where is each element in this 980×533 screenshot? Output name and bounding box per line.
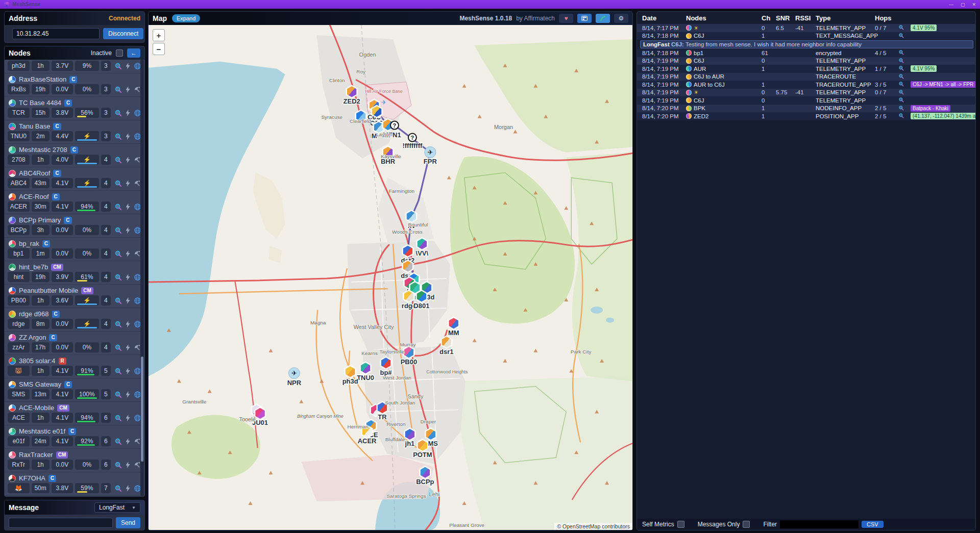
packet-row[interactable]: 8/14, 7:18 PMbp161encrypted4 / 5 — [637, 49, 975, 57]
packet-inspect-icon[interactable] — [898, 33, 911, 39]
map-attribution[interactable]: © OpenStreetMap contributors — [554, 523, 632, 530]
node-item[interactable]: RaxTrackerCMRxTr1h0.0V0%6 — [5, 449, 144, 472]
magnifier-icon[interactable] — [114, 86, 122, 93]
close-button[interactable]: ✕ — [972, 2, 976, 7]
magnifier-icon[interactable] — [114, 485, 122, 492]
csv-button[interactable]: CSV — [862, 521, 884, 528]
packet-row[interactable]: 8/14, 7:17 PM☀06.5-41TELEMETRY_APP0 / 74… — [637, 24, 975, 32]
disconnect-button[interactable]: Disconnect — [103, 28, 143, 39]
packet-inspect-icon[interactable] — [898, 65, 911, 72]
maximize-button[interactable]: ▢ — [961, 2, 965, 7]
magnifier-icon[interactable] — [114, 320, 122, 328]
minimize-button[interactable]: — — [949, 2, 953, 7]
packet-row[interactable]: 8/14, 7:19 PMC6J to AURTRACEROUTE — [637, 73, 975, 81]
bolt-icon[interactable] — [124, 133, 132, 140]
packet-row[interactable]: 8/14, 7:19 PMC6J0TELEMETRY_APP — [637, 57, 975, 65]
map-marker-bp#[interactable]: bp# — [380, 357, 391, 376]
packet-inspect-icon[interactable] — [898, 97, 911, 104]
address-input[interactable] — [12, 28, 100, 39]
magnifier-icon[interactable] — [114, 438, 122, 445]
node-item[interactable]: KF7OHAC🦊50m3.8V59%7 — [5, 472, 144, 496]
node-item[interactable]: hint_be7bCMhint19h3.9V61%4 — [5, 261, 144, 285]
packet-inspect-icon[interactable] — [898, 105, 911, 112]
node-item[interactable]: ACE-MobileCMACE1h4.1V94%6 — [5, 402, 144, 425]
packet-inspect-icon[interactable] — [898, 73, 911, 80]
packet-row[interactable]: 8/14, 7:19 PM☀05.75-41TELEMETRY_APP0 / 7 — [637, 89, 975, 97]
magnifier-icon[interactable] — [114, 297, 122, 304]
bolt-icon[interactable] — [124, 203, 132, 211]
packet-inspect-icon[interactable] — [898, 24, 911, 31]
magnifier-icon[interactable] — [114, 226, 122, 234]
bolt-icon[interactable] — [124, 438, 132, 445]
packet-inspect-icon[interactable] — [898, 113, 911, 119]
magnifier-icon[interactable] — [114, 133, 122, 140]
bolt-icon[interactable] — [124, 273, 132, 281]
packet-row[interactable]: 8/14, 7:19 PMC6J0TELEMETRY_APP — [637, 96, 975, 105]
map-marker[interactable]: ? — [390, 121, 399, 130]
node-item[interactable]: ZZ ArgonCzzAr17h0.0V0%4 — [5, 332, 144, 355]
self-metrics-checkbox[interactable] — [677, 521, 684, 528]
send-button[interactable]: Send — [116, 517, 140, 528]
node-item[interactable]: !ffffffff?now0.0V0%? — [5, 496, 144, 496]
node-item[interactable]: Tanu BaseCTNU02m4.4V⚡3 — [5, 120, 144, 144]
map-marker-VV[interactable]: \VV\ — [416, 238, 429, 257]
message-input[interactable] — [9, 518, 113, 528]
packet-row[interactable]: 8/14, 7:20 PMZED21POSITION_APP2 / 5(41.1… — [637, 112, 975, 120]
map-marker-jh1[interactable]: jh1 — [405, 428, 415, 447]
magnifier-icon[interactable] — [114, 344, 122, 351]
nodes-scrollbar-thumb[interactable] — [141, 357, 143, 461]
channel-select[interactable]: LongFast ▼ — [94, 502, 140, 513]
packet-row[interactable]: 8/14, 7:18 PMC6J1TEXT_MESSAGE_APP — [637, 32, 975, 40]
map-canvas[interactable]: ✈ ZED2C6CC6CMMFN1??!ffffffffBHR✈FPR/N\VV… — [149, 25, 632, 530]
packet-row[interactable]: 8/14, 7:20 PMBPK1NODEINFO_APP2 / 5Batpac… — [637, 105, 975, 113]
bolt-icon[interactable] — [124, 320, 132, 328]
gear-icon[interactable]: ⚙ — [614, 14, 628, 23]
bolt-icon[interactable] — [124, 86, 132, 93]
node-item[interactable]: 3805 solar:4R🐻1h4.1V91%5 — [5, 355, 144, 378]
map-marker-MM[interactable]: MM — [448, 317, 459, 337]
magnifier-icon[interactable] — [114, 156, 122, 164]
node-item[interactable]: TC Base 4484CTCR15h3.8V56%3 — [5, 97, 144, 120]
node-item[interactable]: ph3dcardCMph3d1h3.7V9%3 — [5, 60, 144, 73]
bolt-icon[interactable] — [124, 156, 132, 164]
inactive-checkbox[interactable] — [116, 49, 123, 57]
node-item[interactable]: ABC4RoofCABC443m4.1V⚡4 — [5, 167, 144, 191]
magnifier-icon[interactable] — [114, 273, 122, 281]
map-marker-dsr1[interactable]: dsr1 — [439, 336, 453, 356]
bolt-icon[interactable] — [124, 344, 132, 351]
node-item[interactable]: rdge d968Crdge8m0.0V⚡4 — [5, 308, 144, 332]
bolt-icon[interactable] — [124, 109, 132, 117]
node-item[interactable]: RaxBaseStationCRxBs19h0.0V0%3 — [5, 73, 144, 97]
magnifier-icon[interactable] — [114, 180, 122, 187]
heart-icon[interactable]: ♥ — [559, 14, 573, 23]
map-marker-D801[interactable]: D801 — [413, 290, 429, 310]
bolt-icon[interactable] — [124, 367, 132, 375]
packet-inspect-icon[interactable] — [898, 49, 911, 56]
bolt-icon[interactable] — [124, 226, 132, 234]
magnifier-icon[interactable] — [114, 109, 122, 117]
node-item[interactable]: bp_rakCbp11m0.0V0%4 — [5, 238, 144, 261]
messages-only-checkbox[interactable] — [743, 521, 750, 528]
node-item[interactable]: ACE-RoofCACER30m4.1V94%4 — [5, 191, 144, 214]
bolt-icon[interactable] — [124, 297, 132, 304]
map-zoom-out-button[interactable]: − — [153, 43, 165, 55]
packet-row[interactable]: 8/14, 7:19 PMAUR to C6J1TRACEROUTE_APP3 … — [637, 81, 975, 89]
node-item[interactable]: SMS GatewayCSMS13m4.1V100%5 — [5, 378, 144, 402]
bolt-icon[interactable] — [124, 391, 132, 398]
bolt-icon[interactable] — [124, 62, 132, 70]
node-item[interactable]: Peanutbutter MobileCMPB001h3.6V⚡4 — [5, 285, 144, 308]
bolt-icon[interactable] — [124, 461, 132, 469]
nodes-scrollbar[interactable] — [140, 60, 144, 496]
screenshot-icon[interactable] — [577, 14, 592, 23]
packet-inspect-icon[interactable] — [898, 81, 911, 88]
collapse-button[interactable]: ← — [127, 48, 140, 58]
map-marker-ph3d[interactable]: ph3d — [342, 366, 358, 385]
map-zoom-in-button[interactable]: + — [153, 29, 165, 41]
packet-row[interactable]: 8/14, 7:19 PMAUR1TELEMETRY_APP1 / 74.1V … — [637, 65, 975, 73]
expand-button[interactable]: Expand — [172, 14, 200, 22]
packet-inspect-icon[interactable] — [898, 58, 911, 64]
bolt-icon[interactable] — [124, 250, 132, 258]
node-item[interactable]: BCPp PrimaryCBCPp3h0.0V0%4 — [5, 214, 144, 238]
packet-message-row[interactable]: LongFast C6J: Testing from mesh sense. I… — [640, 40, 973, 48]
magnifier-icon[interactable] — [114, 62, 122, 70]
